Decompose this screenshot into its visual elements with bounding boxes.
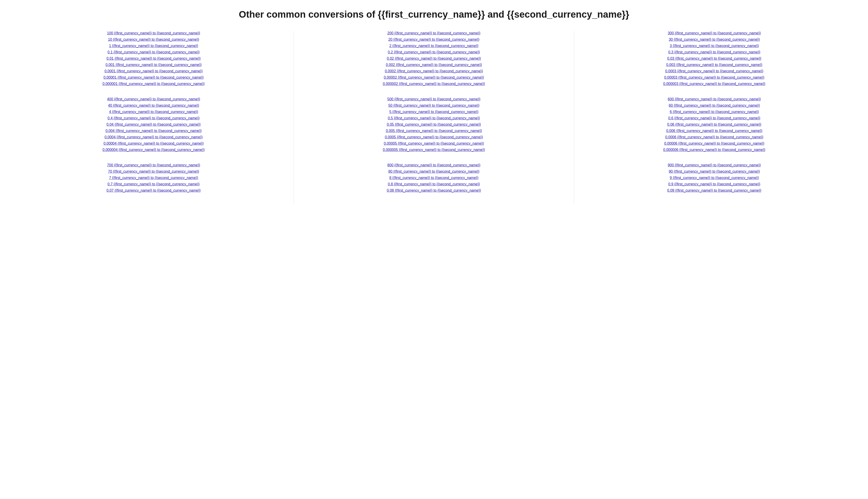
conversion-link[interactable]: 0.1 {{first_currency_name}} to {{second_… (108, 50, 199, 54)
conversion-link[interactable]: 5 {{first_currency_name}} to {{second_cu… (389, 110, 478, 114)
conversion-link[interactable]: 9 {{first_currency_name}} to {{second_cu… (670, 176, 759, 180)
conversion-link[interactable]: 0.000004 {{first_currency_name}} to {{se… (102, 148, 205, 151)
conversion-link[interactable]: 0.0006 {{first_currency_name}} to {{seco… (665, 135, 763, 139)
conversion-link[interactable]: 0.08 {{first_currency_name}} to {{second… (387, 188, 481, 192)
conversion-link[interactable]: 10 {{first_currency_name}} to {{second_c… (108, 37, 199, 41)
list-item: 0.0003 {{first_currency_name}} to {{seco… (579, 69, 850, 73)
conversion-link[interactable]: 100 {{first_currency_name}} to {{second_… (107, 31, 200, 35)
conversion-link[interactable]: 600 {{first_currency_name}} to {{second_… (668, 97, 761, 101)
conversion-link[interactable]: 0.000003 {{first_currency_name}} to {{se… (663, 82, 766, 86)
conversion-link[interactable]: 0.00001 {{first_currency_name}} to {{sec… (103, 75, 204, 79)
conversion-link[interactable]: 900 {{first_currency_name}} to {{second_… (668, 163, 761, 167)
list-item: 0.4 {{first_currency_name}} to {{second_… (18, 116, 289, 120)
conversion-link[interactable]: 200 {{first_currency_name}} to {{second_… (388, 31, 480, 35)
conversion-link[interactable]: 90 {{first_currency_name}} to {{second_c… (669, 170, 760, 173)
list-item: 0.001 {{first_currency_name}} to {{secon… (18, 63, 289, 67)
conversion-link[interactable]: 0.006 {{first_currency_name}} to {{secon… (666, 129, 762, 133)
conversion-link[interactable]: 0.04 {{first_currency_name}} to {{second… (107, 122, 200, 126)
conversion-link[interactable]: 0.0005 {{first_currency_name}} to {{seco… (385, 135, 483, 139)
conversion-link[interactable]: 0.000005 {{first_currency_name}} to {{se… (383, 148, 485, 151)
conversion-link[interactable]: 0.06 {{first_currency_name}} to {{second… (667, 122, 761, 126)
conversion-link[interactable]: 50 {{first_currency_name}} to {{second_c… (388, 104, 479, 107)
conversion-link[interactable]: 0.00005 {{first_currency_name}} to {{sec… (384, 142, 484, 145)
conversion-link[interactable]: 0.0004 {{first_currency_name}} to {{seco… (105, 135, 203, 139)
list-item: 20 {{first_currency_name}} to {{second_c… (298, 37, 570, 41)
conversion-link[interactable]: 0.00002 {{first_currency_name}} to {{sec… (384, 75, 484, 79)
list-item: 1 {{first_currency_name}} to {{second_cu… (18, 44, 289, 48)
conversion-link[interactable]: 0.00004 {{first_currency_name}} to {{sec… (103, 142, 204, 145)
conversion-link[interactable]: 60 {{first_currency_name}} to {{second_c… (669, 104, 760, 107)
conversion-link[interactable]: 40 {{first_currency_name}} to {{second_c… (108, 104, 199, 107)
conversion-link[interactable]: 0.9 {{first_currency_name}} to {{second_… (668, 182, 760, 186)
conversion-link[interactable]: 1 {{first_currency_name}} to {{second_cu… (109, 44, 198, 48)
group-1-3: 700 {{first_currency_name}} to {{second_… (18, 163, 289, 193)
conversion-link[interactable]: 7 {{first_currency_name}} to {{second_cu… (109, 176, 198, 180)
conversion-link[interactable]: 2 {{first_currency_name}} to {{second_cu… (389, 44, 478, 48)
conversion-link[interactable]: 80 {{first_currency_name}} to {{second_c… (388, 170, 479, 173)
conversion-link[interactable]: 0.2 {{first_currency_name}} to {{second_… (388, 50, 480, 54)
conversion-link[interactable]: 0.4 {{first_currency_name}} to {{second_… (108, 116, 199, 120)
group-2-3: 800 {{first_currency_name}} to {{second_… (298, 163, 570, 193)
conversion-link[interactable]: 0.6 {{first_currency_name}} to {{second_… (668, 116, 760, 120)
list-item: 0.003 {{first_currency_name}} to {{secon… (579, 63, 850, 67)
list-item: 0.000006 {{first_currency_name}} to {{se… (579, 148, 850, 152)
list-item: 0.004 {{first_currency_name}} to {{secon… (18, 129, 289, 133)
list-item: 700 {{first_currency_name}} to {{second_… (18, 163, 289, 167)
conversion-link[interactable]: 0.000001 {{first_currency_name}} to {{se… (102, 82, 205, 86)
list-item: 0.01 {{first_currency_name}} to {{second… (18, 57, 289, 61)
conversion-link[interactable]: 0.03 {{first_currency_name}} to {{second… (667, 57, 761, 60)
list-item: 30 {{first_currency_name}} to {{second_c… (579, 37, 850, 41)
conversion-link[interactable]: 0.0001 {{first_currency_name}} to {{seco… (105, 69, 203, 73)
conversion-link[interactable]: 4 {{first_currency_name}} to {{second_cu… (109, 110, 198, 114)
conversion-link[interactable]: 800 {{first_currency_name}} to {{second_… (388, 163, 480, 167)
conversion-link[interactable]: 0.3 {{first_currency_name}} to {{second_… (668, 50, 760, 54)
conversion-link[interactable]: 30 {{first_currency_name}} to {{second_c… (669, 37, 760, 41)
list-item: 0.000005 {{first_currency_name}} to {{se… (298, 148, 570, 152)
list-item: 0.0002 {{first_currency_name}} to {{seco… (298, 69, 570, 73)
conversion-link[interactable]: 3 {{first_currency_name}} to {{second_cu… (670, 44, 759, 48)
list-item: 70 {{first_currency_name}} to {{second_c… (18, 170, 289, 173)
conversion-link[interactable]: 0.7 {{first_currency_name}} to {{second_… (108, 182, 199, 186)
list-item: 0.06 {{first_currency_name}} to {{second… (579, 122, 850, 126)
list-item: 100 {{first_currency_name}} to {{second_… (18, 31, 289, 35)
conversion-link[interactable]: 0.000002 {{first_currency_name}} to {{se… (383, 82, 485, 86)
conversion-link[interactable]: 70 {{first_currency_name}} to {{second_c… (108, 170, 199, 173)
conversion-link[interactable]: 0.5 {{first_currency_name}} to {{second_… (388, 116, 480, 120)
list-item: 0.00002 {{first_currency_name}} to {{sec… (298, 75, 570, 80)
conversion-link[interactable]: 0.000006 {{first_currency_name}} to {{se… (663, 148, 766, 151)
list-item: 0.00004 {{first_currency_name}} to {{sec… (18, 142, 289, 146)
conversion-link[interactable]: 0.005 {{first_currency_name}} to {{secon… (386, 129, 482, 133)
conversion-link[interactable]: 0.05 {{first_currency_name}} to {{second… (387, 122, 481, 126)
conversion-link[interactable]: 0.01 {{first_currency_name}} to {{second… (107, 57, 200, 60)
page-title: Other common conversions of {{first_curr… (14, 9, 854, 20)
list-item: 0.0004 {{first_currency_name}} to {{seco… (18, 135, 289, 139)
list-item: 400 {{first_currency_name}} to {{second_… (18, 97, 289, 101)
conversion-link[interactable]: 0.004 {{first_currency_name}} to {{secon… (106, 129, 201, 133)
conversion-link[interactable]: 20 {{first_currency_name}} to {{second_c… (388, 37, 479, 41)
list-item: 0.00001 {{first_currency_name}} to {{sec… (18, 75, 289, 80)
list-item: 60 {{first_currency_name}} to {{second_c… (579, 104, 850, 108)
conversion-link[interactable]: 0.8 {{first_currency_name}} to {{second_… (388, 182, 480, 186)
conversion-link[interactable]: 0.003 {{first_currency_name}} to {{secon… (666, 63, 762, 67)
conversion-link[interactable]: 400 {{first_currency_name}} to {{second_… (107, 97, 200, 101)
conversion-link[interactable]: 0.00006 {{first_currency_name}} to {{sec… (664, 142, 765, 145)
list-item: 300 {{first_currency_name}} to {{second_… (579, 31, 850, 35)
conversion-link[interactable]: 500 {{first_currency_name}} to {{second_… (388, 97, 480, 101)
conversions-grid: 100 {{first_currency_name}} to {{second_… (14, 31, 854, 204)
list-item: 900 {{first_currency_name}} to {{second_… (579, 163, 850, 167)
conversion-link[interactable]: 0.002 {{first_currency_name}} to {{secon… (386, 63, 482, 67)
conversion-link[interactable]: 0.02 {{first_currency_name}} to {{second… (387, 57, 481, 60)
conversion-link[interactable]: 0.001 {{first_currency_name}} to {{secon… (106, 63, 201, 67)
conversion-link[interactable]: 0.09 {{first_currency_name}} to {{second… (667, 188, 761, 192)
conversion-link[interactable]: 700 {{first_currency_name}} to {{second_… (107, 163, 200, 167)
list-item: 0.04 {{first_currency_name}} to {{second… (18, 122, 289, 126)
conversion-link[interactable]: 6 {{first_currency_name}} to {{second_cu… (670, 110, 759, 114)
conversion-link[interactable]: 0.0002 {{first_currency_name}} to {{seco… (385, 69, 483, 73)
conversion-link[interactable]: 300 {{first_currency_name}} to {{second_… (668, 31, 761, 35)
conversion-link[interactable]: 8 {{first_currency_name}} to {{second_cu… (389, 176, 478, 180)
conversion-link[interactable]: 0.0003 {{first_currency_name}} to {{seco… (665, 69, 763, 73)
list-item: 0.0006 {{first_currency_name}} to {{seco… (579, 135, 850, 139)
column-1: 100 {{first_currency_name}} to {{second_… (14, 31, 294, 204)
conversion-link[interactable]: 0.07 {{first_currency_name}} to {{second… (107, 188, 200, 192)
conversion-link[interactable]: 0.00003 {{first_currency_name}} to {{sec… (664, 75, 765, 79)
